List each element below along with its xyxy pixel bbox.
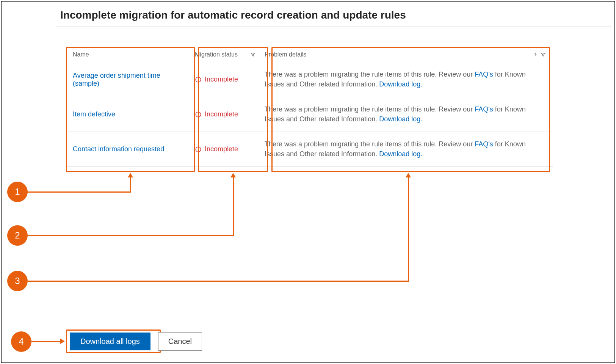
problem-detail-text: There was a problem migrating the rule i…: [265, 105, 526, 122]
faq-link[interactable]: FAQ's: [475, 105, 493, 113]
sort-icon[interactable]: [533, 52, 538, 57]
faq-link[interactable]: FAQ's: [475, 140, 493, 148]
callout-badge-3: 3: [7, 271, 28, 291]
column-header-status-label: Migration status: [195, 51, 238, 58]
filter-icon[interactable]: [250, 52, 255, 57]
table-row: Average order shipment time (sample)Inco…: [66, 62, 553, 97]
divider: [56, 26, 611, 27]
callout-connector: [233, 177, 234, 236]
download-all-logs-button[interactable]: Download all logs: [70, 333, 150, 350]
status-text: Incomplete: [205, 75, 238, 83]
column-header-name[interactable]: Name: [66, 51, 191, 58]
error-icon: [195, 146, 202, 153]
callout-badge-2: 2: [7, 225, 28, 246]
faq-link[interactable]: FAQ's: [475, 71, 493, 78]
column-header-details[interactable]: Problem details: [259, 51, 553, 58]
arrow-up-icon: [128, 173, 133, 177]
error-icon: [195, 76, 202, 83]
download-log-link[interactable]: Download log.: [379, 150, 422, 158]
column-header-status[interactable]: Migration status: [191, 51, 259, 58]
download-log-link[interactable]: Download log.: [379, 115, 422, 123]
page-title: Incomplete migration for automatic recor…: [60, 9, 406, 21]
arrow-up-icon: [406, 173, 411, 177]
arrow-up-icon: [230, 173, 236, 177]
table-row: Item defectiveIncompleteThere was a prob…: [66, 97, 553, 132]
rule-name-link[interactable]: Item defective: [73, 110, 115, 118]
download-log-link[interactable]: Download log.: [379, 80, 422, 88]
status-text: Incomplete: [205, 145, 238, 153]
svg-point-8: [198, 150, 198, 151]
cancel-button[interactable]: Cancel: [158, 332, 202, 351]
error-icon: [195, 111, 202, 118]
rule-name-link[interactable]: Contact information requested: [73, 145, 164, 153]
callout-connector: [28, 281, 409, 282]
svg-point-2: [198, 80, 198, 81]
svg-point-5: [198, 115, 198, 116]
rules-table: Name Migration status Problem details: [66, 47, 553, 167]
arrow-right-icon: [60, 339, 65, 344]
callout-connector: [31, 341, 61, 342]
callout-badge-1: 1: [7, 182, 28, 202]
column-header-details-label: Problem details: [265, 51, 306, 58]
filter-icon[interactable]: [541, 52, 546, 57]
rule-name-link[interactable]: Average order shipment time (sample): [73, 72, 160, 87]
callout-badge-4: 4: [11, 331, 31, 352]
table-row: Contact information requestedIncompleteT…: [66, 132, 553, 167]
callout-connector: [28, 235, 234, 236]
callout-connector: [408, 177, 409, 282]
problem-detail-text: There was a problem migrating the rule i…: [265, 140, 526, 157]
status-text: Incomplete: [205, 110, 238, 118]
table-header-row: Name Migration status Problem details: [66, 47, 553, 62]
problem-detail-text: There was a problem migrating the rule i…: [265, 71, 526, 88]
callout-connector: [28, 191, 131, 193]
callout-connector: [130, 177, 131, 193]
